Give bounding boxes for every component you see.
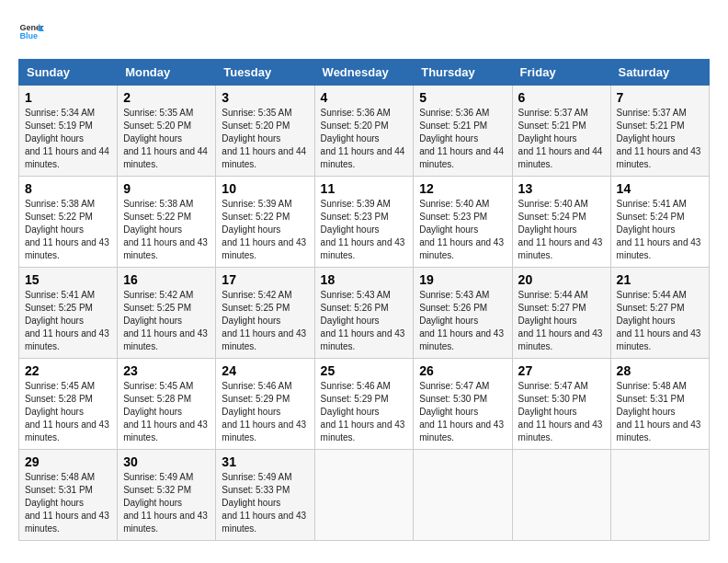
calendar-cell: 16 Sunrise: 5:42 AM Sunset: 5:25 PM Dayl… bbox=[118, 268, 216, 359]
day-info: Sunrise: 5:45 AM Sunset: 5:28 PM Dayligh… bbox=[25, 380, 111, 444]
calendar-cell: 30 Sunrise: 5:49 AM Sunset: 5:32 PM Dayl… bbox=[118, 450, 216, 541]
sunrise-label: Sunrise: bbox=[321, 290, 355, 300]
sunrise-label: Sunrise: bbox=[617, 108, 651, 118]
column-header-saturday: Saturday bbox=[610, 60, 709, 86]
daylight-label: Daylight hours bbox=[222, 407, 280, 417]
sunset-label: Sunset: bbox=[222, 303, 253, 313]
calendar-cell: 17 Sunrise: 5:42 AM Sunset: 5:25 PM Dayl… bbox=[216, 268, 314, 359]
daylight-label: Daylight hours bbox=[321, 133, 380, 144]
sunrise-label: Sunrise: bbox=[321, 108, 355, 118]
daylight-label: Daylight hours bbox=[123, 316, 182, 326]
calendar-cell: 25 Sunrise: 5:46 AM Sunset: 5:29 PM Dayl… bbox=[314, 359, 414, 450]
sunset-label: Sunset: bbox=[518, 394, 550, 404]
daylight-label: Daylight hours bbox=[518, 407, 577, 417]
calendar-cell: 10 Sunrise: 5:39 AM Sunset: 5:22 PM Dayl… bbox=[216, 177, 314, 268]
daylight-label: Daylight hours bbox=[321, 224, 380, 235]
calendar-cell: 1 Sunrise: 5:34 AM Sunset: 5:19 PM Dayli… bbox=[19, 86, 118, 177]
day-number: 21 bbox=[617, 272, 703, 287]
daylight-label: Daylight hours bbox=[419, 407, 478, 417]
day-number: 8 bbox=[25, 181, 111, 196]
daylight-label: Daylight hours bbox=[419, 224, 478, 235]
day-number: 2 bbox=[123, 90, 210, 105]
day-info: Sunrise: 5:41 AM Sunset: 5:25 PM Dayligh… bbox=[25, 289, 111, 353]
sunrise-label: Sunrise: bbox=[222, 381, 256, 391]
calendar-cell: 4 Sunrise: 5:36 AM Sunset: 5:20 PM Dayli… bbox=[314, 86, 414, 177]
sunset-label: Sunset: bbox=[25, 121, 56, 131]
sunrise-label: Sunrise: bbox=[123, 290, 157, 300]
day-info: Sunrise: 5:35 AM Sunset: 5:20 PM Dayligh… bbox=[222, 107, 308, 171]
sunset-label: Sunset: bbox=[518, 212, 550, 222]
day-number: 15 bbox=[25, 272, 111, 287]
column-header-friday: Friday bbox=[512, 60, 610, 86]
sunset-label: Sunset: bbox=[617, 303, 648, 313]
sunrise-label: Sunrise: bbox=[25, 199, 59, 209]
daylight-label: Daylight hours bbox=[222, 498, 280, 508]
column-header-tuesday: Tuesday bbox=[216, 60, 314, 86]
sunrise-label: Sunrise: bbox=[25, 472, 59, 482]
sunset-label: Sunset: bbox=[518, 121, 550, 131]
sunset-label: Sunset: bbox=[222, 485, 253, 495]
sunset-label: Sunset: bbox=[321, 212, 352, 222]
daylight-label: Daylight hours bbox=[419, 133, 478, 144]
sunrise-label: Sunrise: bbox=[321, 199, 355, 209]
sunrise-label: Sunrise: bbox=[518, 290, 552, 300]
calendar-week-row: 1 Sunrise: 5:34 AM Sunset: 5:19 PM Dayli… bbox=[19, 86, 710, 177]
day-number: 20 bbox=[518, 272, 605, 287]
sunset-label: Sunset: bbox=[222, 394, 253, 404]
day-info: Sunrise: 5:43 AM Sunset: 5:26 PM Dayligh… bbox=[419, 289, 506, 353]
day-info: Sunrise: 5:42 AM Sunset: 5:25 PM Dayligh… bbox=[123, 289, 210, 353]
day-number: 31 bbox=[222, 454, 308, 469]
calendar-cell: 28 Sunrise: 5:48 AM Sunset: 5:31 PM Dayl… bbox=[610, 359, 709, 450]
sunset-label: Sunset: bbox=[617, 121, 648, 131]
calendar-cell: 11 Sunrise: 5:39 AM Sunset: 5:23 PM Dayl… bbox=[314, 177, 414, 268]
sunrise-label: Sunrise: bbox=[222, 108, 256, 118]
daylight-label: Daylight hours bbox=[617, 316, 676, 326]
calendar-cell: 19 Sunrise: 5:43 AM Sunset: 5:26 PM Dayl… bbox=[414, 268, 512, 359]
day-info: Sunrise: 5:43 AM Sunset: 5:26 PM Dayligh… bbox=[321, 289, 408, 353]
sunrise-label: Sunrise: bbox=[518, 108, 552, 118]
calendar-week-row: 22 Sunrise: 5:45 AM Sunset: 5:28 PM Dayl… bbox=[19, 359, 710, 450]
day-number: 9 bbox=[123, 181, 210, 196]
day-info: Sunrise: 5:36 AM Sunset: 5:21 PM Dayligh… bbox=[419, 107, 506, 171]
calendar-cell: 12 Sunrise: 5:40 AM Sunset: 5:23 PM Dayl… bbox=[414, 177, 512, 268]
sunset-label: Sunset: bbox=[25, 394, 56, 404]
daylight-label: Daylight hours bbox=[25, 224, 84, 235]
sunrise-label: Sunrise: bbox=[617, 199, 651, 209]
sunset-label: Sunset: bbox=[123, 212, 154, 222]
calendar-week-row: 8 Sunrise: 5:38 AM Sunset: 5:22 PM Dayli… bbox=[19, 177, 710, 268]
day-number: 12 bbox=[419, 181, 506, 196]
calendar-cell: 2 Sunrise: 5:35 AM Sunset: 5:20 PM Dayli… bbox=[118, 86, 216, 177]
day-number: 3 bbox=[222, 90, 308, 105]
day-number: 14 bbox=[617, 181, 703, 196]
daylight-label: Daylight hours bbox=[518, 316, 577, 326]
sunset-label: Sunset: bbox=[617, 394, 648, 404]
sunrise-label: Sunrise: bbox=[419, 199, 453, 209]
sunset-label: Sunset: bbox=[222, 212, 253, 222]
sunset-label: Sunset: bbox=[123, 303, 154, 313]
sunset-label: Sunset: bbox=[419, 394, 450, 404]
day-info: Sunrise: 5:39 AM Sunset: 5:23 PM Dayligh… bbox=[321, 198, 408, 262]
sunrise-label: Sunrise: bbox=[123, 472, 157, 482]
daylight-label: Daylight hours bbox=[25, 316, 84, 326]
sunset-label: Sunset: bbox=[321, 303, 352, 313]
sunset-label: Sunset: bbox=[419, 303, 450, 313]
day-number: 23 bbox=[123, 363, 210, 378]
calendar-week-row: 15 Sunrise: 5:41 AM Sunset: 5:25 PM Dayl… bbox=[19, 268, 710, 359]
sunrise-label: Sunrise: bbox=[123, 108, 157, 118]
calendar-cell: 27 Sunrise: 5:47 AM Sunset: 5:30 PM Dayl… bbox=[512, 359, 610, 450]
day-number: 10 bbox=[222, 181, 308, 196]
sunrise-label: Sunrise: bbox=[25, 108, 59, 118]
day-number: 16 bbox=[123, 272, 210, 287]
calendar-cell: 6 Sunrise: 5:37 AM Sunset: 5:21 PM Dayli… bbox=[512, 86, 610, 177]
day-number: 22 bbox=[25, 363, 111, 378]
sunrise-label: Sunrise: bbox=[222, 472, 256, 482]
sunrise-label: Sunrise: bbox=[518, 381, 552, 391]
daylight-label: Daylight hours bbox=[321, 316, 380, 326]
sunset-label: Sunset: bbox=[617, 212, 648, 222]
sunrise-label: Sunrise: bbox=[222, 199, 256, 209]
calendar-cell: 23 Sunrise: 5:45 AM Sunset: 5:28 PM Dayl… bbox=[118, 359, 216, 450]
day-number: 18 bbox=[321, 272, 408, 287]
daylight-label: Daylight hours bbox=[25, 407, 84, 417]
logo-icon: General Blue bbox=[18, 18, 44, 44]
day-info: Sunrise: 5:37 AM Sunset: 5:21 PM Dayligh… bbox=[518, 107, 605, 171]
